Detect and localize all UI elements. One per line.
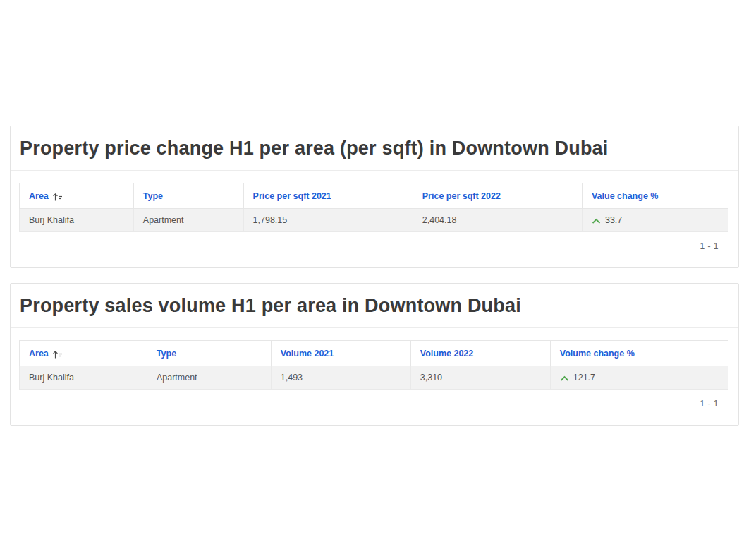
price-change-card: Property price change H1 per area (per s… bbox=[10, 126, 739, 268]
cell-area: Burj Khalifa bbox=[20, 209, 134, 232]
sort-ascending-icon[interactable] bbox=[52, 350, 63, 359]
cell-volume-change: 121.7 bbox=[550, 366, 728, 390]
sales-volume-table-area: Area bbox=[11, 328, 738, 425]
column-header-area[interactable]: Area bbox=[20, 341, 147, 366]
sales-volume-table: Area bbox=[19, 340, 728, 390]
column-header-volume-change[interactable]: Volume change % bbox=[550, 341, 728, 366]
change-value: 121.7 bbox=[573, 373, 595, 383]
sort-ascending-icon[interactable] bbox=[52, 193, 63, 202]
cell-area: Burj Khalifa bbox=[20, 366, 147, 390]
pagination: 1 - 1 bbox=[19, 232, 728, 267]
column-header-volume-2021[interactable]: Volume 2021 bbox=[271, 341, 410, 366]
pagination: 1 - 1 bbox=[19, 390, 728, 425]
column-header-value-change[interactable]: Value change % bbox=[582, 183, 728, 209]
cell-price-2022: 2,404.18 bbox=[413, 209, 582, 232]
sales-volume-title: Property sales volume H1 per area in Dow… bbox=[11, 284, 738, 328]
cell-price-2021: 1,798.15 bbox=[243, 209, 413, 232]
price-change-title: Property price change H1 per area (per s… bbox=[11, 126, 738, 171]
column-header-label: Area bbox=[29, 349, 49, 359]
column-header-type[interactable]: Type bbox=[133, 183, 243, 209]
column-header-area[interactable]: Area bbox=[20, 183, 134, 209]
chevron-up-icon bbox=[592, 218, 601, 224]
header-row: Area bbox=[20, 183, 728, 209]
page: Property price change H1 per area (per s… bbox=[0, 0, 756, 426]
price-change-table: Area bbox=[19, 183, 728, 232]
cell-value-change: 33.7 bbox=[582, 209, 728, 232]
column-header-type[interactable]: Type bbox=[147, 341, 271, 366]
sales-volume-card: Property sales volume H1 per area in Dow… bbox=[10, 283, 739, 426]
cell-type: Apartment bbox=[133, 209, 243, 232]
cell-type: Apartment bbox=[147, 366, 271, 390]
cell-volume-2021: 1,493 bbox=[271, 366, 410, 390]
cell-volume-2022: 3,310 bbox=[410, 366, 550, 390]
table-row: Burj Khalifa Apartment 1,493 3,310 bbox=[20, 366, 728, 390]
column-header-label: Area bbox=[29, 191, 49, 201]
header-row: Area bbox=[20, 341, 728, 366]
column-header-price-2022[interactable]: Price per sqft 2022 bbox=[413, 183, 582, 209]
column-header-price-2021[interactable]: Price per sqft 2021 bbox=[243, 183, 413, 209]
change-value: 33.7 bbox=[605, 215, 622, 225]
table-row: Burj Khalifa Apartment 1,798.15 2,404.18 bbox=[20, 209, 728, 232]
price-change-table-area: Area bbox=[11, 171, 738, 267]
column-header-volume-2022[interactable]: Volume 2022 bbox=[410, 341, 550, 366]
chevron-up-icon bbox=[560, 375, 569, 382]
